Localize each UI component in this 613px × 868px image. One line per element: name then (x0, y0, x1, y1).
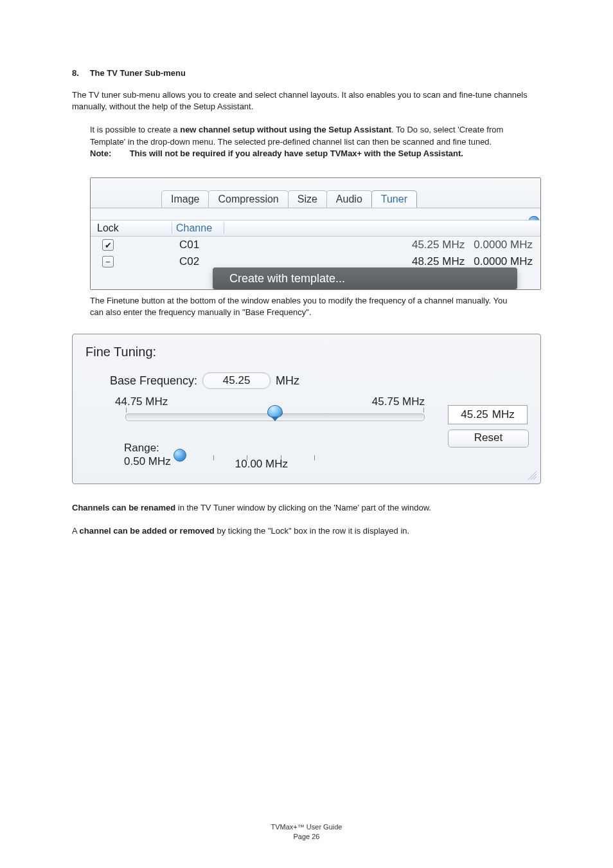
base-frequency-input[interactable]: 45.25 (202, 372, 271, 389)
tab-size[interactable]: Size (288, 190, 327, 208)
range-label: Range: (124, 442, 171, 455)
table-row[interactable]: ✔ C01 45.25 MHz 0.0000 MHz (91, 237, 540, 253)
add-remove-paragraph: A channel can be added or removed by tic… (72, 525, 541, 537)
channel-id: C01 (177, 239, 227, 251)
tab-image[interactable]: Image (161, 190, 209, 208)
range-max: 10.00 MHz (235, 458, 288, 472)
base-frequency-row: Base Frequency: 45.25 MHz (110, 372, 530, 389)
create-template-menu-item[interactable]: Create with template... (213, 267, 517, 289)
channel-table-header: Lock Channe (91, 220, 540, 237)
intro-paragraph: The TV tuner sub-menu allows you to crea… (72, 89, 541, 113)
range-slider-thumb-icon[interactable] (173, 449, 186, 462)
base-frequency-label: Base Frequency: (110, 374, 197, 388)
frequency-slider[interactable] (125, 413, 425, 421)
fine-tuning-title: Fine Tuning: (85, 345, 530, 359)
note-text: This will not be required if you already… (130, 149, 463, 158)
heading-title: The TV Tuner Sub-menu (90, 68, 186, 78)
base-frequency-unit: MHz (276, 374, 299, 388)
reset-button[interactable]: Reset (448, 429, 529, 448)
footer-title: TVMax+™ User Guide (0, 822, 613, 831)
axis-min: 44.75 MHz (115, 395, 168, 408)
note-label: Note: (90, 148, 127, 159)
tuner-window-screenshot: Image Compression Size Audio Tuner Chann… (90, 177, 541, 290)
rename-paragraph: Channels can be renamed in the TV Tuner … (72, 502, 541, 514)
range-min: 0.50 MHz (124, 455, 171, 468)
tab-compression[interactable]: Compression (208, 190, 288, 208)
note-row: Note: This will not be required if you a… (90, 148, 535, 159)
channel-id: C02 (177, 255, 227, 268)
create-template-paragraph: It is possible to create a new channel s… (90, 124, 535, 159)
column-lock[interactable]: Lock (91, 222, 172, 234)
slider-thumb-icon[interactable] (267, 405, 283, 418)
tab-strip: Image Compression Size Audio Tuner (91, 178, 540, 208)
footer-page: Page 26 (0, 832, 613, 841)
tab-audio[interactable]: Audio (326, 190, 372, 208)
fine-tuning-panel: Fine Tuning: Base Frequency: 45.25 MHz 4… (72, 334, 541, 484)
page-footer: TVMax+™ User Guide Page 26 (0, 822, 613, 841)
axis-max: 45.75 MHz (372, 395, 425, 408)
heading-number: 8. (72, 68, 87, 78)
channel-freqs: 48.25 MHz 0.0000 MHz (227, 255, 540, 268)
resize-grip-icon[interactable] (528, 471, 537, 480)
lock-checkbox[interactable]: ✔ (102, 239, 114, 251)
lock-checkbox[interactable]: − (102, 256, 114, 267)
channel-freqs: 45.25 MHz 0.0000 MHz (227, 239, 540, 251)
section-heading: 8. The TV Tuner Sub-menu (72, 68, 541, 78)
column-channel[interactable]: Channe (172, 222, 224, 234)
tab-tuner[interactable]: Tuner (371, 190, 417, 208)
frequency-readout[interactable]: 45.25 MHz (448, 405, 528, 424)
screenshot1-caption: The Finetune button at the bottom of the… (90, 295, 523, 318)
